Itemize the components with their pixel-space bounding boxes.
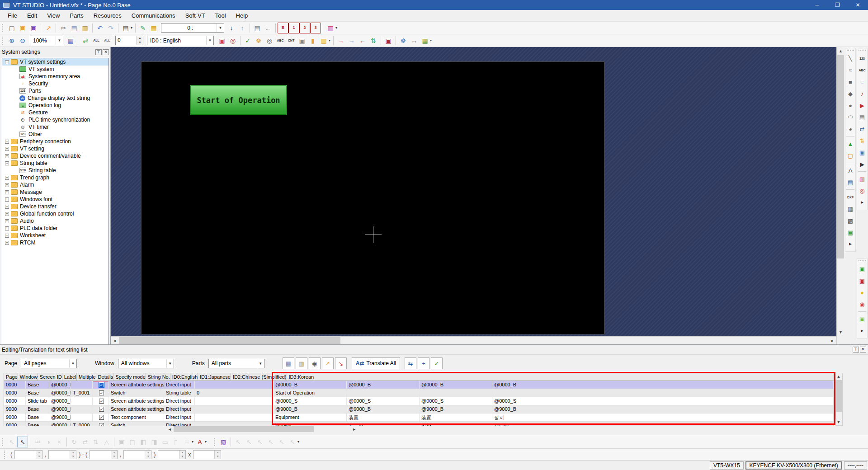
draw-sector-icon[interactable]: ◕ xyxy=(845,124,855,134)
zoom-in-icon[interactable]: ⊕ xyxy=(6,35,17,46)
movie-icon[interactable]: ▤ xyxy=(857,112,867,122)
multiple-checkbox[interactable]: ✓ xyxy=(99,382,104,387)
multiple-checkbox[interactable]: ✓ xyxy=(99,390,104,395)
simulator-icon[interactable]: ▣ xyxy=(383,35,394,46)
column-header[interactable]: ID2:Chinese (Simplified) xyxy=(231,373,287,381)
tree-item[interactable]: + Periphery connection xyxy=(2,138,108,145)
spin-down-icon[interactable]: ▼ xyxy=(179,455,185,459)
menu-item[interactable]: Help xyxy=(231,11,253,21)
column-header[interactable]: String No. xyxy=(146,373,170,381)
usb-icon[interactable]: ↔ xyxy=(409,35,420,46)
start-operation-switch[interactable]: Start of Operation xyxy=(190,85,287,115)
send-backward-icon[interactable]: ◨ xyxy=(149,437,160,447)
save-icon[interactable]: ▣ xyxy=(28,23,39,33)
coordinate-spinner[interactable]: ▲▼ xyxy=(14,450,42,459)
spin-up-icon[interactable]: ▲ xyxy=(215,451,221,455)
toolbar-grip[interactable] xyxy=(2,24,5,32)
parts-id-icon[interactable]: 123 xyxy=(32,437,43,447)
chevron-down-icon[interactable]: ▼ xyxy=(56,36,63,45)
menu-item[interactable]: Resources xyxy=(89,11,127,21)
menu-item[interactable]: Communications xyxy=(127,11,180,21)
scrollbar-thumb[interactable] xyxy=(119,337,340,344)
table-row[interactable]: 9000 Base @9000_B ✓ Text component Direc… xyxy=(4,414,834,422)
scroll-right-icon[interactable]: ► xyxy=(829,337,836,344)
send-to-back-icon[interactable]: ▢ xyxy=(127,437,138,447)
scroll-down-icon[interactable]: ▼ xyxy=(837,328,844,336)
tree-expander[interactable]: + xyxy=(5,241,9,245)
window-filter[interactable]: All windows ▼ xyxy=(118,359,174,368)
tree-item[interactable]: + Trend graph xyxy=(2,174,108,181)
close-panel-icon[interactable]: ✕ xyxy=(860,347,866,352)
bring-forward-icon[interactable]: ◧ xyxy=(138,437,149,447)
coordinate-spinner[interactable]: ▲▼ xyxy=(158,450,186,459)
connector-icon[interactable]: ⇄ xyxy=(80,35,91,46)
select-numeric-icon[interactable]: ↖ xyxy=(265,437,276,447)
scroll-down-icon[interactable]: ▼ xyxy=(835,419,842,425)
toolbar-grip[interactable] xyxy=(214,438,216,446)
spin-up-icon[interactable]: ▲ xyxy=(111,451,117,455)
zoom-out-icon[interactable]: ⊖ xyxy=(17,35,28,46)
draw-line-icon[interactable]: ╲ xyxy=(845,53,855,63)
draw-frame-icon[interactable]: ▢ xyxy=(845,150,855,160)
column-header[interactable]: Multiple xyxy=(77,373,96,381)
status-plc-connection[interactable]: KEYENCE KV-X500/X300 (Ethernet) xyxy=(745,461,842,470)
multiple-checkbox[interactable]: ✓ xyxy=(99,415,104,420)
column-header[interactable]: ID3:Korean xyxy=(287,373,315,381)
paste-icon[interactable]: ▥ xyxy=(80,23,90,33)
column-header[interactable]: ID1:Japanese xyxy=(198,373,231,381)
language-preview-icon[interactable]: ◎ xyxy=(227,35,238,46)
tree-expander[interactable]: - xyxy=(5,161,9,165)
switch-part-icon[interactable]: ▣ xyxy=(857,264,867,274)
library-grid-icon[interactable]: ▥ xyxy=(318,35,329,46)
transfer-from-vt-icon[interactable]: ← xyxy=(357,35,368,46)
new-screen-1-icon[interactable]: 1 xyxy=(288,23,299,33)
select-switch-icon[interactable]: ↖ xyxy=(233,437,244,447)
delete-icon[interactable]: × xyxy=(54,437,65,447)
multi-lamp-part-icon[interactable]: ◉ xyxy=(857,299,867,309)
select-graphic-icon[interactable]: ↖ xyxy=(276,437,287,447)
canvas-vertical-scrollbar[interactable]: ▲ ▼ xyxy=(836,47,844,344)
coordinate-spinner[interactable]: ▲▼ xyxy=(193,450,221,459)
text-display-icon[interactable]: ABC xyxy=(857,65,867,75)
tree-expander[interactable]: + xyxy=(5,197,9,202)
chevron-down-icon[interactable]: ▼ xyxy=(217,24,224,32)
paste-rows-icon[interactable]: ▥ xyxy=(296,357,307,369)
view-zoom-icon[interactable]: ◎ xyxy=(264,35,275,46)
page-filter[interactable]: All pages ▼ xyxy=(21,359,77,368)
video-display-icon[interactable]: ▶ xyxy=(857,159,867,169)
tree-item[interactable]: ⇄ System memory area xyxy=(2,73,108,80)
coordinate-spinner[interactable]: ▲▼ xyxy=(90,450,118,459)
tree-expander[interactable]: - xyxy=(5,60,9,64)
import-dxf-icon[interactable]: DXF xyxy=(845,192,855,202)
scroll-up-icon[interactable]: ▲ xyxy=(835,373,842,380)
scroll-up-icon[interactable]: ▲ xyxy=(837,47,844,55)
group-icon[interactable]: ▭ xyxy=(160,437,170,447)
lamp-part-icon[interactable]: ● xyxy=(857,287,867,297)
hmi-screen[interactable]: Start of Operation xyxy=(141,61,604,334)
tree-item[interactable]: + Device comment/variable xyxy=(2,152,108,160)
flip-horizontal-icon[interactable]: ⇄ xyxy=(80,437,90,447)
remote-monitor-icon[interactable]: ▣ xyxy=(857,147,867,157)
select-lamp-icon[interactable]: ↖ xyxy=(244,437,255,447)
more-switch-icon[interactable]: ▶ xyxy=(857,326,867,336)
translate-all-button[interactable]: A⇄ Translate All xyxy=(352,357,400,369)
language-combo[interactable]: ID0 : English ▼ xyxy=(147,36,214,45)
parts-stack-icon[interactable]: ▥ xyxy=(325,23,336,33)
tree-item[interactable]: VT system xyxy=(2,66,108,73)
screen-check-icon[interactable]: ✓ xyxy=(242,35,253,46)
new-file-icon[interactable]: ▢ xyxy=(6,23,17,33)
edit-screen-icon[interactable]: ✎ xyxy=(137,23,148,33)
scroll-left-icon[interactable]: ◄ xyxy=(166,426,173,432)
data-transfer-icon[interactable]: ⇅ xyxy=(857,136,867,146)
library-icon[interactable]: ▮ xyxy=(307,35,318,46)
pin-icon[interactable]: ⊤ xyxy=(95,49,102,55)
select-icon[interactable]: ↖ xyxy=(17,437,28,447)
import-list-icon[interactable]: ↘ xyxy=(335,357,347,369)
tree-item[interactable]: ♀ Security xyxy=(2,80,108,87)
tree-expander[interactable]: + xyxy=(5,154,9,158)
draw-polygon-icon[interactable]: ◆ xyxy=(845,89,855,99)
toolbar-grip[interactable] xyxy=(2,37,5,45)
toolbar-grip[interactable] xyxy=(859,50,866,52)
export-list-icon[interactable]: ↗ xyxy=(322,357,334,369)
tree-item[interactable]: ◷ PLC time synchronization xyxy=(2,116,108,123)
